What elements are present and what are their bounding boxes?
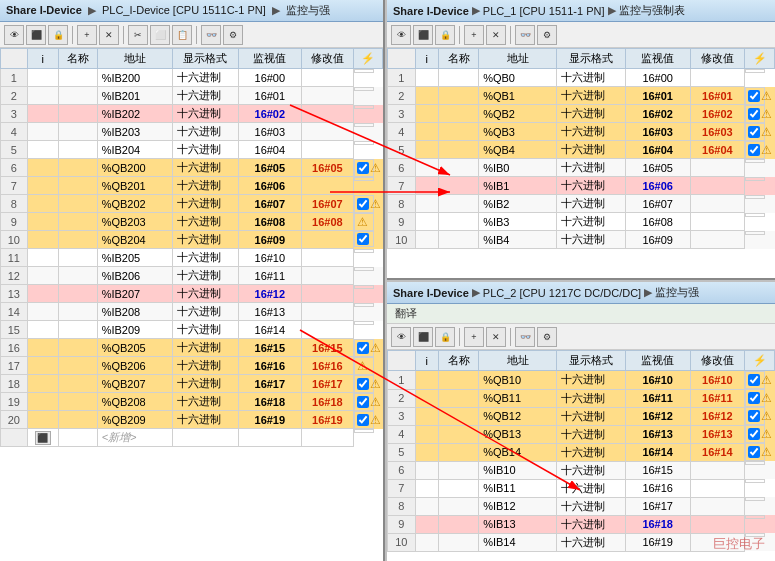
row-address[interactable]: %QB203 [97, 213, 172, 231]
rb-tb-del-btn[interactable]: ✕ [486, 327, 506, 347]
row-checkbox[interactable] [748, 446, 760, 458]
row-checkbox-cell[interactable]: ⚠ [745, 389, 765, 407]
row-checkbox-cell[interactable]: ⚠ [354, 213, 374, 231]
rb-tb-stop-btn[interactable]: ⬛ [413, 327, 433, 347]
row-address[interactable]: %QB207 [97, 375, 172, 393]
row-address[interactable]: %IB204 [97, 141, 172, 159]
row-checkbox-cell[interactable]: ⚠ [354, 195, 374, 213]
row-address[interactable]: %IB13 [479, 515, 557, 533]
row-address[interactable]: %IB206 [97, 267, 172, 285]
row-checkbox-cell[interactable]: ⚠ [354, 393, 374, 411]
row-checkbox[interactable] [357, 198, 369, 210]
rb-tb-force-btn[interactable]: 🔒 [435, 327, 455, 347]
row-checkbox-cell[interactable]: ⚠ [745, 371, 765, 389]
row-checkbox-cell[interactable] [354, 285, 374, 289]
row-checkbox-cell[interactable] [354, 303, 374, 307]
row-address[interactable]: %QB0 [479, 69, 557, 87]
row-checkbox-cell[interactable] [354, 141, 374, 145]
row-checkbox-cell[interactable]: ⚠ [745, 407, 765, 425]
row-address[interactable]: %IB209 [97, 321, 172, 339]
row-checkbox-cell[interactable] [745, 159, 765, 163]
rb-tb-glasses-btn[interactable]: 👓 [515, 327, 535, 347]
row-checkbox[interactable] [357, 342, 369, 354]
tb-paste-btn[interactable]: 📋 [172, 25, 192, 45]
row-checkbox-cell[interactable] [354, 87, 374, 91]
rt-tb-add-btn[interactable]: + [464, 25, 484, 45]
tb-settings-btn[interactable]: ⚙ [223, 25, 243, 45]
row-address[interactable]: %IB12 [479, 497, 557, 515]
row-checkbox[interactable] [748, 108, 760, 120]
rt-tb-force-btn[interactable]: 🔒 [435, 25, 455, 45]
row-checkbox-cell[interactable]: ⚠ [745, 87, 765, 105]
row-address[interactable]: %IB208 [97, 303, 172, 321]
row-checkbox-cell[interactable] [354, 177, 374, 181]
tb-force-btn[interactable]: 🔒 [48, 25, 68, 45]
row-address[interactable]: %QB206 [97, 357, 172, 375]
row-checkbox[interactable] [357, 414, 369, 426]
row-address[interactable]: %QB201 [97, 177, 172, 195]
row-address[interactable]: %IB200 [97, 69, 172, 87]
row-checkbox[interactable] [748, 126, 760, 138]
rt-tb-stop-btn[interactable]: ⬛ [413, 25, 433, 45]
rb-tb-monitor-btn[interactable]: 👁 [391, 327, 411, 347]
tb-stop-btn[interactable]: ⬛ [26, 25, 46, 45]
row-checkbox-cell[interactable] [745, 461, 765, 465]
row-checkbox-cell[interactable]: ⚠ [745, 425, 765, 443]
row-address[interactable]: %IB205 [97, 249, 172, 267]
row-address[interactable]: %IB201 [97, 87, 172, 105]
row-checkbox[interactable] [357, 162, 369, 174]
row-address[interactable]: %QB208 [97, 393, 172, 411]
rt-tb-monitor-btn[interactable]: 👁 [391, 25, 411, 45]
row-checkbox[interactable] [748, 374, 760, 386]
row-checkbox-cell[interactable] [354, 429, 374, 433]
row-checkbox-cell[interactable] [354, 105, 374, 109]
row-address[interactable]: %QB10 [479, 371, 557, 390]
row-checkbox[interactable] [748, 410, 760, 422]
row-checkbox-cell[interactable] [354, 321, 374, 325]
tb-copy-btn[interactable]: ⬜ [150, 25, 170, 45]
row-checkbox-cell[interactable] [745, 479, 765, 483]
row-checkbox-cell[interactable] [745, 213, 765, 217]
row-address[interactable]: %IB10 [479, 461, 557, 479]
tb-monitor-btn[interactable]: 👁 [4, 25, 24, 45]
row-address[interactable]: %IB0 [479, 159, 557, 177]
row-address[interactable]: %IB203 [97, 123, 172, 141]
row-checkbox-cell[interactable] [354, 249, 374, 253]
row-checkbox-cell[interactable]: ⚠ [745, 123, 765, 141]
row-checkbox-cell[interactable] [745, 195, 765, 199]
row-checkbox-cell[interactable] [354, 123, 374, 127]
tb-del-btn[interactable]: ✕ [99, 25, 119, 45]
row-address[interactable]: %QB2 [479, 105, 557, 123]
row-address[interactable]: %IB3 [479, 213, 557, 231]
row-checkbox-cell[interactable]: ⚠ [745, 443, 765, 461]
row-address[interactable]: <新增> [97, 429, 172, 447]
row-checkbox[interactable] [748, 90, 760, 102]
row-address[interactable]: %IB202 [97, 105, 172, 123]
row-checkbox-cell[interactable] [354, 267, 374, 271]
row-checkbox-cell[interactable] [745, 69, 765, 73]
add-row-button[interactable]: ⬛ [35, 431, 51, 445]
row-address[interactable]: %QB11 [479, 389, 557, 407]
row-address[interactable]: %QB209 [97, 411, 172, 429]
row-address[interactable]: %QB202 [97, 195, 172, 213]
row-address[interactable]: %QB13 [479, 425, 557, 443]
rt-tb-glasses-btn[interactable]: 👓 [515, 25, 535, 45]
row-address[interactable]: %QB4 [479, 141, 557, 159]
row-checkbox-cell[interactable]: ⚠ [354, 411, 374, 429]
row-checkbox-cell[interactable] [745, 177, 765, 181]
row-address[interactable]: %IB207 [97, 285, 172, 303]
row-checkbox-cell[interactable] [354, 69, 374, 73]
row-checkbox-cell[interactable]: ⚠ [745, 141, 765, 159]
tb-cut-btn[interactable]: ✂ [128, 25, 148, 45]
rb-tb-add-btn[interactable]: + [464, 327, 484, 347]
row-checkbox[interactable] [748, 392, 760, 404]
row-address[interactable]: %QB1 [479, 87, 557, 105]
row-address[interactable]: %QB205 [97, 339, 172, 357]
row-address[interactable]: %IB2 [479, 195, 557, 213]
row-address[interactable]: %QB3 [479, 123, 557, 141]
row-checkbox-cell[interactable]: ⚠ [354, 339, 374, 357]
row-checkbox[interactable] [748, 144, 760, 156]
row-checkbox[interactable] [357, 233, 369, 245]
tb-add-btn[interactable]: + [77, 25, 97, 45]
row-address[interactable]: %IB1 [479, 177, 557, 195]
